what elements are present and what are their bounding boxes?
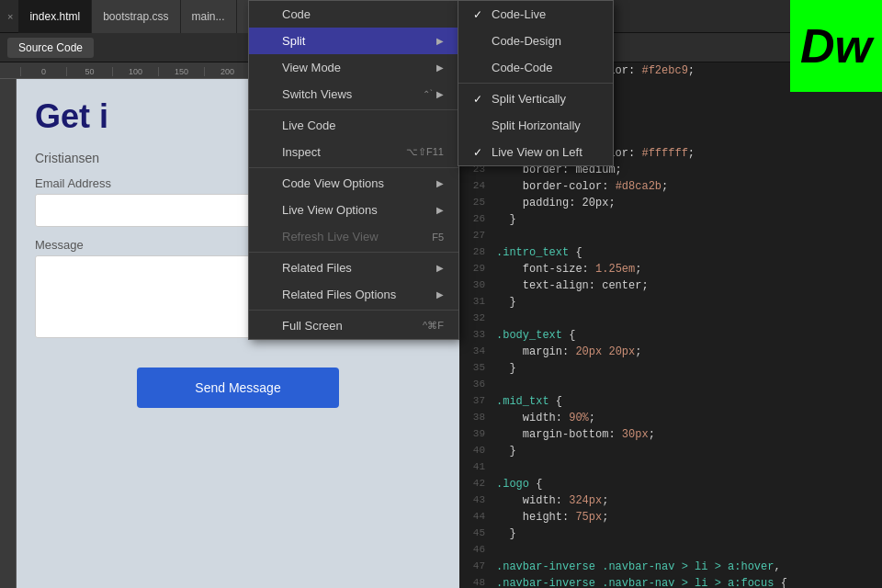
- line-code: .mid_txt {: [492, 393, 882, 410]
- menu-item-related-files-options[interactable]: Related Files Options ▶: [249, 281, 458, 308]
- submenu-live-view-on-left[interactable]: ✓Live View on Left: [458, 139, 613, 165]
- menu-item-switch-views[interactable]: Switch Views ⌃` ▶: [249, 81, 458, 107]
- line-number: 38: [459, 410, 492, 426]
- line-number: 25: [459, 195, 492, 211]
- separator-3: [249, 252, 458, 253]
- code-line: 44 height: 75px;: [459, 509, 882, 526]
- menu-item-related-files[interactable]: Related Files ▶: [249, 254, 458, 281]
- line-code: margin-bottom: 30px;: [492, 426, 882, 443]
- code-line: 46: [459, 542, 882, 559]
- ruler-mark-200: 200: [204, 67, 250, 76]
- line-code: margin: 20px 20px;: [492, 344, 882, 360]
- line-code: .intro_text {: [492, 244, 882, 261]
- related-files-arrow-icon: ▶: [436, 263, 444, 273]
- code-line: 38 width: 90%;: [459, 410, 882, 426]
- code-line: 41: [459, 459, 882, 476]
- code-line: 27: [459, 228, 882, 244]
- ruler-mark-100: 100: [112, 67, 158, 76]
- dw-logo: Dw: [790, 0, 882, 92]
- tab-main[interactable]: main...: [181, 0, 237, 33]
- line-number: 33: [459, 327, 492, 344]
- line-code: font-size: 1.25em;: [492, 261, 882, 277]
- line-number: 47: [459, 559, 492, 575]
- line-number: 44: [459, 509, 492, 526]
- submenu-split-vertically[interactable]: ✓Split Vertically: [458, 85, 613, 112]
- code-line: 28.intro_text {: [459, 244, 882, 261]
- line-code: width: 90%;: [492, 410, 882, 426]
- line-code: [492, 459, 882, 476]
- code-line: 47.navbar-inverse .navbar-nav > li > a:h…: [459, 559, 882, 575]
- code-line: 29 font-size: 1.25em;: [459, 261, 882, 277]
- line-number: 41: [459, 459, 492, 476]
- tab-close-icon[interactable]: ×: [7, 11, 13, 22]
- ruler-vertical: [0, 79, 17, 588]
- line-code: padding: 20px;: [492, 195, 882, 211]
- menu-item-live-code[interactable]: Live Code: [249, 112, 458, 139]
- line-code: [492, 377, 882, 393]
- ruler-mark-150: 150: [158, 67, 204, 76]
- code-line: 31 }: [459, 294, 882, 311]
- line-code: width: 324px;: [492, 492, 882, 509]
- main-dropdown-menu: Code Split ▶ View Mode ▶ Switch Views ⌃`…: [248, 0, 459, 340]
- line-number: 24: [459, 178, 492, 195]
- line-code: }: [492, 294, 882, 311]
- menu-item-refresh-live-view[interactable]: Refresh Live View F5: [249, 223, 458, 250]
- submenu-code-live[interactable]: ✓Code-Live: [458, 1, 613, 28]
- line-code: .body_text {: [492, 327, 882, 344]
- menu-item-inspect[interactable]: Inspect ⌥⇧F11: [249, 139, 458, 165]
- line-number: 48: [459, 575, 492, 588]
- menu-item-live-view-options[interactable]: Live View Options ▶: [249, 197, 458, 223]
- line-number: 46: [459, 542, 492, 559]
- separator-1: [249, 109, 458, 110]
- code-line: 30 text-align: center;: [459, 277, 882, 294]
- menu-item-split[interactable]: Split ▶: [249, 28, 458, 54]
- menu-item-view-mode[interactable]: View Mode ▶: [249, 54, 458, 81]
- line-code: .navbar-inverse .navbar-nav > li > a:hov…: [492, 559, 882, 575]
- code-line: 25 padding: 20px;: [459, 195, 882, 211]
- line-code: [492, 311, 882, 327]
- tab-index-html[interactable]: index.html: [18, 0, 92, 33]
- menu-item-full-screen[interactable]: Full Screen ^⌘F: [249, 312, 458, 339]
- menu-item-code[interactable]: Code: [249, 1, 458, 28]
- dw-logo-text: Dw: [800, 18, 872, 74]
- person-name: Cristiansen: [35, 151, 99, 165]
- line-code: }: [492, 526, 882, 542]
- ruler-mark-50: 50: [66, 67, 112, 76]
- separator-4: [249, 310, 458, 311]
- line-number: 36: [459, 377, 492, 393]
- toolbar-source-code[interactable]: Source Code: [7, 38, 94, 58]
- line-code: }: [492, 211, 882, 228]
- tab-bootstrap-css[interactable]: bootstrap.css: [92, 0, 180, 33]
- code-line: 26 }: [459, 211, 882, 228]
- split-submenu: ✓Code-Live Code-Design Code-Code ✓Split …: [458, 0, 614, 166]
- line-number: 43: [459, 492, 492, 509]
- menu-item-code-view-options[interactable]: Code View Options ▶: [249, 170, 458, 197]
- ruler-mark-0: 0: [20, 67, 66, 76]
- submenu-code-code[interactable]: Code-Code: [458, 54, 613, 81]
- line-code: .navbar-inverse .navbar-nav > li > a:foc…: [492, 575, 882, 588]
- line-number: 30: [459, 277, 492, 294]
- line-number: 45: [459, 526, 492, 542]
- submenu-split-horizontally[interactable]: Split Horizontally: [458, 112, 613, 139]
- code-line: 39 margin-bottom: 30px;: [459, 426, 882, 443]
- code-line: 34 margin: 20px 20px;: [459, 344, 882, 360]
- separator-2: [249, 167, 458, 168]
- line-number: 42: [459, 476, 492, 492]
- line-number: 28: [459, 244, 492, 261]
- line-number: 39: [459, 426, 492, 443]
- code-line: 37.mid_txt {: [459, 393, 882, 410]
- code-line: 45 }: [459, 526, 882, 542]
- line-number: 26: [459, 211, 492, 228]
- line-code: text-align: center;: [492, 277, 882, 294]
- line-code: }: [492, 360, 882, 377]
- line-code: [492, 542, 882, 559]
- submenu-code-design[interactable]: Code-Design: [458, 28, 613, 54]
- code-line: 43 width: 324px;: [459, 492, 882, 509]
- code-view-options-arrow-icon: ▶: [436, 178, 444, 188]
- code-line: 42.logo {: [459, 476, 882, 492]
- line-code: }: [492, 443, 882, 459]
- send-message-button[interactable]: Send Message: [137, 368, 339, 408]
- line-number: 34: [459, 344, 492, 360]
- line-number: 32: [459, 311, 492, 327]
- line-code: [492, 228, 882, 244]
